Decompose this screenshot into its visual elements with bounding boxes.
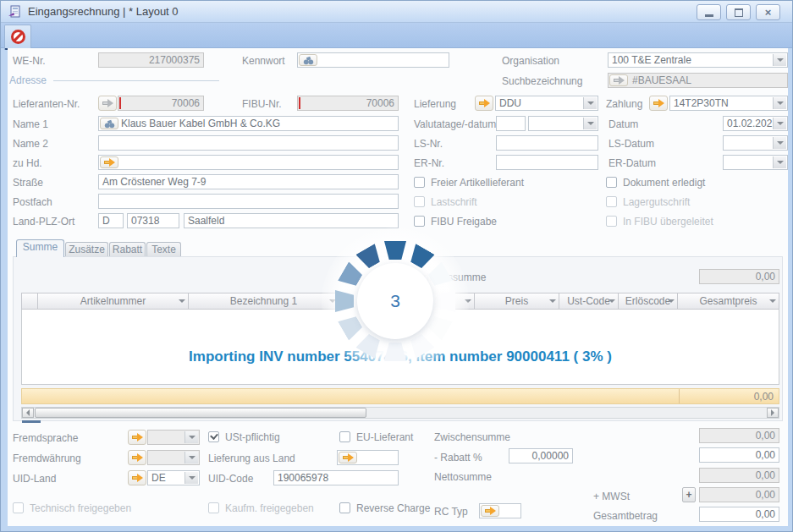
checkbox-dokument-erledigt[interactable] xyxy=(606,177,617,188)
zwischensumme-field: 0,00 xyxy=(699,428,779,443)
plz-field[interactable]: 07318 xyxy=(127,213,179,228)
name2-field[interactable] xyxy=(98,135,399,151)
sort-dropdown-icon[interactable] xyxy=(179,299,185,303)
splitter-handle[interactable] xyxy=(22,420,41,423)
chevron-down-icon[interactable] xyxy=(184,472,198,484)
checkbox-reverse-charge[interactable] xyxy=(339,502,350,513)
chevron-down-icon[interactable] xyxy=(773,137,786,149)
uid-land-combo[interactable]: DE xyxy=(147,470,200,485)
grid-col-gesamtpreis[interactable]: Gesamtpreis xyxy=(678,293,779,310)
fremdsprache-nav-button[interactable] xyxy=(128,430,146,445)
arrow-right-icon xyxy=(479,99,490,107)
lieferung-nav-button[interactable] xyxy=(475,96,493,111)
zahlung-combo[interactable]: 14T2P30TN xyxy=(669,96,788,111)
grid-col-ust-code[interactable]: Ust-Code xyxy=(559,293,619,310)
lieferanten-nav-button[interactable] xyxy=(98,96,117,111)
ort-field[interactable]: Saalfeld xyxy=(184,213,399,228)
strasse-field[interactable]: Am Cröstener Weg 7-9 xyxy=(98,174,399,189)
chevron-down-icon[interactable] xyxy=(184,431,198,443)
lieferung-aus-land-field[interactable] xyxy=(337,450,399,465)
rabatt-betrag-field[interactable]: 0,00 xyxy=(699,447,779,463)
ls-datum-combo[interactable] xyxy=(723,135,788,151)
scroll-right-button[interactable] xyxy=(767,408,779,418)
chevron-down-icon[interactable] xyxy=(773,118,786,129)
valutatage-field[interactable] xyxy=(496,116,526,131)
restore-button[interactable] xyxy=(726,4,751,20)
fremdwaehrung-nav-button[interactable] xyxy=(128,450,146,465)
binoculars-icon xyxy=(104,119,115,129)
er-nr-field[interactable] xyxy=(496,155,598,170)
tab-zusaetze[interactable]: Zusätze xyxy=(65,242,108,257)
checkbox-eu-lieferant[interactable] xyxy=(339,431,350,442)
window-title: Eingangsrechnung | * Layout 0 xyxy=(28,5,179,18)
chevron-down-icon[interactable] xyxy=(773,54,786,66)
chevron-down-icon[interactable] xyxy=(184,452,198,463)
checkbox-ust-pflichtig[interactable] xyxy=(208,431,219,442)
datum-combo[interactable]: 01.02.2021 xyxy=(723,116,788,131)
titlebar[interactable]: Eingangsrechnung | * Layout 0 × xyxy=(1,1,792,23)
land-field[interactable]: D xyxy=(98,213,124,228)
mwst-plus-button[interactable]: + xyxy=(682,487,696,502)
ls-nr-field[interactable] xyxy=(496,135,598,151)
ls-datum-label: LS-Datum xyxy=(609,138,654,150)
chevron-down-icon[interactable] xyxy=(583,97,597,109)
horizontal-scrollbar[interactable] xyxy=(21,407,779,419)
grid-col-bezeichnung1[interactable]: Bezeichnung 1 xyxy=(189,293,339,310)
ls-nr-label: LS-Nr. xyxy=(414,138,443,150)
stop-button[interactable] xyxy=(4,25,31,50)
valutadatum-combo[interactable] xyxy=(528,116,598,131)
suchbezeichnung-nav-button[interactable] xyxy=(609,74,628,86)
er-datum-combo[interactable] xyxy=(723,155,788,170)
arrow-right-icon xyxy=(102,99,113,107)
rc-typ-nav-button[interactable] xyxy=(481,505,499,517)
sort-dropdown-icon[interactable] xyxy=(769,299,776,303)
grid-col-preis[interactable]: Preis xyxy=(475,293,559,310)
tab-summe[interactable]: Summe xyxy=(16,239,64,257)
fremdwaehrung-combo[interactable] xyxy=(147,450,200,465)
zu-hd-label: zu Hd. xyxy=(13,157,42,169)
tab-rabatt[interactable]: Rabatt xyxy=(109,242,146,257)
gesamtbetrag-field[interactable]: 0,00 xyxy=(699,507,779,522)
chevron-down-icon[interactable] xyxy=(773,156,786,168)
total-row-separator xyxy=(679,389,680,403)
arrow-right-icon xyxy=(104,158,115,167)
toolbar xyxy=(1,23,792,48)
organisation-combo[interactable]: 100 T&E Zentrale xyxy=(608,52,788,68)
tab-texte[interactable]: Texte xyxy=(146,242,181,257)
adresse-group-label: Adresse xyxy=(9,74,47,86)
close-button[interactable]: × xyxy=(756,4,780,20)
scroll-left-button[interactable] xyxy=(22,408,34,418)
chevron-down-icon[interactable] xyxy=(583,118,597,129)
grid-col-artikelnummer[interactable]: Artikelnummer xyxy=(38,293,189,310)
checkbox-freier-artikellieferant[interactable] xyxy=(414,177,425,188)
grid-col-erloescode[interactable]: Erlöscode xyxy=(619,293,678,310)
lieferung-aus-land-nav-button[interactable] xyxy=(339,452,357,463)
chevron-down-icon[interactable] xyxy=(773,97,786,109)
checkbox-fibu-freigabe[interactable] xyxy=(414,216,425,227)
zahlung-nav-button[interactable] xyxy=(649,96,668,111)
kennwort-field[interactable] xyxy=(297,52,449,68)
uid-land-nav-button[interactable] xyxy=(128,470,146,485)
name1-lookup-button[interactable] xyxy=(100,118,118,129)
scrollbar-thumb[interactable] xyxy=(35,408,366,418)
kennwort-lookup-button[interactable] xyxy=(299,54,317,66)
checkbox-lagergutschrift xyxy=(606,196,617,207)
nettosumme-field: 0,00 xyxy=(699,468,779,483)
zu-hd-nav-button[interactable] xyxy=(100,156,118,168)
rabatt-prozent-input[interactable]: 0,00000 xyxy=(509,448,573,463)
sort-dropdown-icon[interactable] xyxy=(668,299,675,303)
technisch-freigegeben-label: Technisch freigegeben xyxy=(30,502,131,514)
fremdsprache-combo[interactable] xyxy=(147,430,200,445)
reverse-charge-label: Reverse Charge xyxy=(356,502,430,514)
rc-typ-field[interactable] xyxy=(479,503,521,518)
name1-field[interactable]: Klaus Bauer Kabel GmbH & Co.KG xyxy=(98,116,399,131)
zu-hd-field[interactable] xyxy=(98,155,399,170)
minimize-button[interactable] xyxy=(697,4,721,20)
sort-dropdown-icon[interactable] xyxy=(549,299,556,303)
uid-code-field[interactable]: 190065978 xyxy=(273,470,399,485)
postfach-field[interactable] xyxy=(98,194,399,209)
arrow-right-icon xyxy=(485,507,496,515)
checkbox-technisch-freigegeben xyxy=(13,502,24,513)
lieferung-combo[interactable]: DDU xyxy=(495,96,598,111)
sort-dropdown-icon[interactable] xyxy=(609,299,615,303)
